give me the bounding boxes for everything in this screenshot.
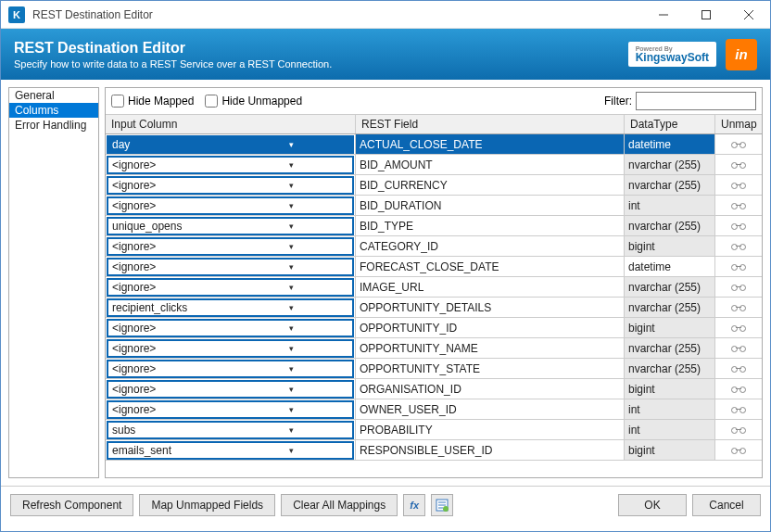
page-title: REST Destination Editor [14,40,332,57]
unmap-button[interactable] [715,216,762,236]
input-column-dropdown[interactable]: <ignore>▾ [107,176,354,195]
unmap-button[interactable] [715,257,762,277]
unmap-button[interactable] [715,338,762,359]
header-data-type[interactable]: DataType [625,115,715,133]
header-unmap[interactable]: Unmap [715,115,762,133]
grid-toolbar: Hide Mapped Hide Unmapped Filter: [106,88,762,115]
table-row[interactable]: <ignore>▾OPPORTUNITY_IDbigint [106,318,762,338]
input-column-dropdown[interactable]: unique_opens▾ [107,217,354,235]
rest-field-cell: OPPORTUNITY_DETAILS [356,298,625,318]
unmap-icon [731,221,746,232]
input-column-dropdown[interactable]: <ignore>▾ [107,258,354,276]
table-row[interactable]: <ignore>▾OPPORTUNITY_STATEnvarchar (255) [106,359,762,379]
table-row[interactable]: <ignore>▾CATEGORY_IDbigint [106,236,762,257]
ok-button[interactable]: OK [618,494,687,516]
unmap-button[interactable] [715,175,762,196]
table-row[interactable]: day▾ACTUAL_CLOSE_DATEdatetime [106,134,762,155]
input-column-dropdown[interactable]: <ignore>▾ [107,400,354,419]
input-column-dropdown[interactable]: <ignore>▾ [107,319,354,337]
input-column-dropdown[interactable]: <ignore>▾ [107,339,354,358]
table-row[interactable]: unique_opens▾BID_TYPEnvarchar (255) [106,216,762,236]
svg-rect-0 [702,10,711,19]
expression-editor-button[interactable]: fx [403,494,425,516]
unmap-button[interactable] [715,440,762,461]
maximize-button[interactable] [685,1,727,29]
table-row[interactable]: <ignore>▾IMAGE_URLnvarchar (255) [106,277,762,298]
unmap-button[interactable] [715,420,762,440]
close-button[interactable] [727,1,770,29]
table-row[interactable]: <ignore>▾BID_AMOUNTnvarchar (255) [106,155,762,175]
unmap-button[interactable] [715,236,762,257]
rest-field-cell: OPPORTUNITY_NAME [356,338,625,359]
minimize-button[interactable] [642,1,685,29]
unmap-button[interactable] [715,134,762,155]
input-column-dropdown[interactable]: <ignore>▾ [107,360,354,378]
input-column-dropdown[interactable]: <ignore>▾ [107,380,354,399]
table-row[interactable]: <ignore>▾BID_DURATIONint [106,196,762,216]
hide-unmapped-input[interactable] [205,95,218,108]
table-row[interactable]: <ignore>▾ORGANISATION_IDbigint [106,379,762,399]
sidebar-item-error-handling[interactable]: Error Handling [9,118,98,133]
input-column-dropdown[interactable]: recipient_clicks▾ [107,298,354,317]
rest-field-cell: BID_AMOUNT [356,155,625,175]
chevron-down-icon: ▾ [231,303,353,312]
input-column-dropdown[interactable]: <ignore>▾ [107,156,354,174]
page-subtitle: Specify how to write data to a REST Serv… [14,58,332,70]
table-row[interactable]: <ignore>▾OPPORTUNITY_NAMEnvarchar (255) [106,338,762,359]
input-column-dropdown[interactable]: subs▾ [107,421,354,439]
unmap-icon [731,302,746,313]
input-column-dropdown[interactable]: day▾ [107,135,354,154]
hide-mapped-input[interactable] [111,95,124,108]
data-type-cell: nvarchar (255) [625,359,715,379]
data-type-cell: int [625,399,715,420]
hide-mapped-checkbox[interactable]: Hide Mapped [111,95,194,108]
sidebar-item-columns[interactable]: Columns [9,103,98,118]
table-row[interactable]: recipient_clicks▾OPPORTUNITY_DETAILSnvar… [106,298,762,318]
data-type-cell: nvarchar (255) [625,216,715,236]
footer-bar: Refresh Component Map Unmapped Fields Cl… [1,486,770,523]
kingswaysoft-logo: Powered By KingswaySoft [628,42,716,67]
unmap-icon [731,424,746,436]
filter-input[interactable] [636,92,756,110]
input-column-dropdown[interactable]: <ignore>▾ [107,237,354,256]
unmap-button[interactable] [715,318,762,338]
chevron-down-icon: ▾ [231,222,353,231]
header-rest-field[interactable]: REST Field [356,115,625,133]
unmap-icon [731,241,746,252]
chevron-down-icon: ▾ [231,405,353,414]
unmap-button[interactable] [715,379,762,399]
unmap-button[interactable] [715,359,762,379]
data-type-cell: bigint [625,440,715,461]
chevron-down-icon: ▾ [231,344,353,353]
table-row[interactable]: <ignore>▾BID_CURRENCYnvarchar (255) [106,175,762,196]
table-row[interactable]: subs▾PROBABILITYint [106,420,762,440]
clear-all-mappings-button[interactable]: Clear All Mappings [281,494,398,516]
script-icon [436,499,449,512]
unmap-button[interactable] [715,399,762,420]
sidebar-item-general[interactable]: General [9,88,98,103]
unmap-icon [731,343,746,354]
unmap-icon [731,200,746,211]
table-row[interactable]: emails_sent▾RESPONSIBLE_USER_IDbigint [106,440,762,461]
table-row[interactable]: <ignore>▾FORECAST_CLOSE_DATEdatetime [106,257,762,277]
hide-unmapped-checkbox[interactable]: Hide Unmapped [205,95,302,108]
input-column-dropdown[interactable]: emails_sent▾ [107,441,354,460]
chevron-down-icon: ▾ [231,446,353,455]
chevron-down-icon: ▾ [231,201,353,210]
input-column-dropdown[interactable]: <ignore>▾ [107,278,354,297]
refresh-component-button[interactable]: Refresh Component [10,494,133,516]
unmap-button[interactable] [715,277,762,298]
input-column-dropdown[interactable]: <ignore>▾ [107,196,354,215]
unmap-icon [731,363,746,374]
data-type-cell: nvarchar (255) [625,298,715,318]
chevron-down-icon: ▾ [231,425,353,435]
table-row[interactable]: <ignore>▾OWNER_USER_IDint [106,399,762,420]
unmap-button[interactable] [715,196,762,216]
unmap-button[interactable] [715,298,762,318]
cancel-button[interactable]: Cancel [692,494,761,516]
unmap-button[interactable] [715,155,762,175]
header-input-column[interactable]: Input Column [106,115,356,133]
rest-field-cell: ORGANISATION_ID [356,379,625,399]
script-editor-button[interactable] [431,494,453,516]
map-unmapped-fields-button[interactable]: Map Unmapped Fields [139,494,275,516]
